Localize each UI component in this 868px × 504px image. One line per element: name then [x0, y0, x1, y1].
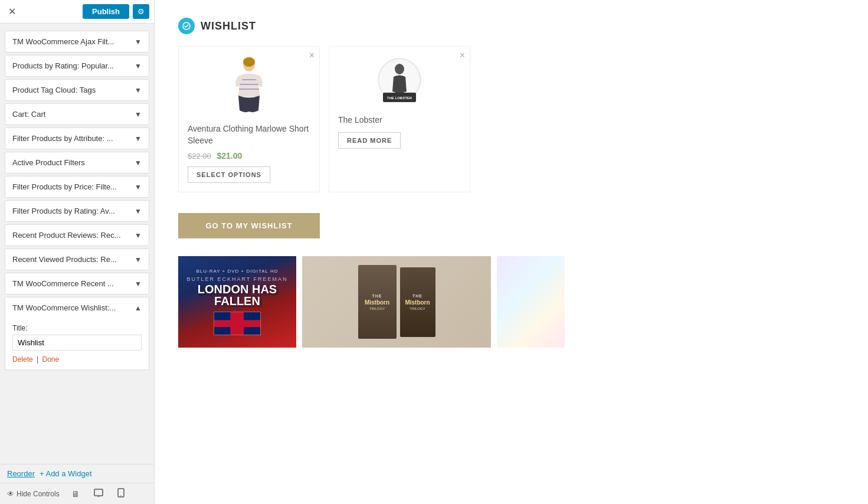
- widget-label: TM WooCommerce Recent ...: [12, 279, 131, 288]
- chevron-down-icon: ▼: [135, 231, 142, 240]
- widget-label: TM WooCommerce Ajax Filt...: [12, 37, 131, 46]
- widget-item-recent-product-reviews[interactable]: Recent Product Reviews: Rec... ▼: [5, 224, 149, 246]
- product-price-old-1: $22.00: [188, 152, 211, 161]
- widget-list: TM WooCommerce Ajax Filt... ▼ Products b…: [0, 24, 154, 464]
- svg-point-12: [395, 64, 404, 74]
- svg-rect-1: [97, 496, 100, 497]
- widget-item-filter-by-rating[interactable]: Filter Products by Rating: Av... ▼: [5, 200, 149, 222]
- delete-link[interactable]: Delete: [12, 355, 33, 364]
- chevron-down-icon: ▼: [135, 207, 142, 215]
- mobile-view-button[interactable]: [115, 487, 127, 500]
- bd-label: BLU-RAY + DVD + DIGITAL HD: [196, 269, 278, 274]
- widget-label: Filter Products by Attribute: ...: [12, 134, 131, 143]
- product-remove-button-2[interactable]: ×: [460, 50, 465, 61]
- widget-label: Filter Products by Price: Filte...: [12, 182, 131, 191]
- movie-title: LONDON HAS FALLEN: [183, 283, 291, 307]
- bottom-bar: Reorder + Add a Widget: [0, 464, 154, 483]
- thumb-mistborn: THE Mistborn TRILOGY THE Mistborn TRILOG…: [302, 256, 491, 348]
- products-row: ×: [178, 46, 603, 201]
- publish-button[interactable]: Publish: [83, 4, 129, 19]
- svg-text:THE LOBSTER: THE LOBSTER: [387, 96, 412, 100]
- widget-item-cart[interactable]: Cart: Cart ▼: [5, 103, 149, 125]
- widget-label: Recent Viewed Products: Re...: [12, 255, 131, 264]
- close-button[interactable]: ✕: [5, 5, 19, 18]
- product-thumbnails: BLU-RAY + DVD + DIGITAL HD BUTLER ECKHAR…: [178, 256, 603, 348]
- svg-point-6: [243, 57, 255, 67]
- product-image-1: [222, 55, 276, 117]
- wishlist-title: WISHLIST: [201, 20, 256, 32]
- separator: |: [37, 355, 38, 364]
- go-to-wishlist-button[interactable]: GO TO MY WISHLIST: [178, 213, 320, 238]
- widget-item-product-tag-cloud[interactable]: Product Tag Cloud: Tags ▼: [5, 79, 149, 101]
- eye-icon: 👁: [7, 490, 14, 498]
- done-link[interactable]: Done: [42, 355, 60, 364]
- chevron-down-icon: ▼: [135, 86, 142, 94]
- thumb-london-fallen: BLU-RAY + DVD + DIGITAL HD BUTLER ECKHAR…: [178, 256, 296, 348]
- widget-label: Products by Rating: Popular...: [12, 61, 131, 70]
- chevron-down-icon: ▼: [135, 159, 142, 167]
- product-price-new-1: $21.00: [217, 151, 242, 161]
- thumb-pastel: [497, 256, 565, 348]
- widget-label: Filter Products by Rating: Av...: [12, 207, 131, 215]
- svg-point-3: [120, 495, 122, 496]
- wishlist-icon: [178, 18, 195, 34]
- widget-label: Product Tag Cloud: Tags: [12, 86, 131, 94]
- widget-item-products-by-rating[interactable]: Products by Rating: Popular... ▼: [5, 55, 149, 77]
- chevron-down-icon: ▼: [135, 135, 142, 143]
- widget-item-active-product-filters[interactable]: Active Product Filters ▼: [5, 152, 149, 174]
- left-panel: ✕ Publish ⚙ TM WooCommerce Ajax Filt... …: [0, 0, 155, 504]
- widget-label: Cart: Cart: [12, 110, 131, 119]
- widget-item-tm-woo-ajax[interactable]: TM WooCommerce Ajax Filt... ▼: [5, 31, 149, 53]
- chevron-down-icon: ▼: [135, 62, 142, 70]
- reorder-button[interactable]: Reorder: [7, 469, 35, 478]
- title-input[interactable]: [12, 335, 142, 351]
- widget-item-recent-viewed-products[interactable]: Recent Viewed Products: Re... ▼: [5, 248, 149, 270]
- hide-controls-label: Hide Controls: [17, 490, 60, 498]
- product-image-2: THE LOBSTER: [376, 55, 423, 109]
- top-bar: ✕ Publish ⚙: [0, 0, 154, 24]
- select-options-button[interactable]: SELECT OPTIONS: [188, 166, 270, 183]
- widget-item-filter-by-attribute[interactable]: Filter Products by Attribute: ... ▼: [5, 127, 149, 149]
- widget-item-tm-woo-recent[interactable]: TM WooCommerce Recent ... ▼: [5, 273, 149, 294]
- widget-label: Active Product Filters: [12, 158, 131, 167]
- widget-item-filter-by-price[interactable]: Filter Products by Price: Filte... ▼: [5, 176, 149, 198]
- widget-action-links: Delete | Done: [12, 355, 142, 364]
- controls-bar: 👁 Hide Controls 🖥: [0, 483, 154, 504]
- chevron-down-icon: ▼: [135, 280, 142, 288]
- product-name-1: Aventura Clothing Marlowe Short Sleeve: [188, 123, 310, 146]
- tablet-view-button[interactable]: [91, 487, 106, 500]
- product-card-2: × THE LOBSTER The Lobster: [329, 46, 470, 192]
- product-pricing-1: $22.00 $21.00: [188, 151, 310, 161]
- desktop-view-button[interactable]: 🖥: [69, 488, 82, 500]
- chevron-up-icon: ▲: [135, 304, 142, 312]
- wishlist-header: WISHLIST: [178, 18, 603, 34]
- widget-item-tm-woo-wishlist[interactable]: TM WooCommerce Wishlist:... ▲: [5, 297, 149, 318]
- widget-label: Recent Product Reviews: Rec...: [12, 231, 131, 240]
- read-more-button[interactable]: READ MORE: [338, 132, 401, 149]
- chevron-down-icon: ▼: [135, 183, 142, 191]
- chevron-down-icon: ▼: [135, 38, 142, 46]
- widget-label: TM WooCommerce Wishlist:...: [12, 303, 131, 312]
- svg-rect-0: [94, 489, 103, 496]
- main-inner: WISHLIST ×: [155, 0, 627, 365]
- product-card-1: ×: [178, 46, 320, 192]
- product-remove-button-1[interactable]: ×: [309, 50, 315, 61]
- chevron-down-icon: ▼: [135, 110, 142, 119]
- product-name-2: The Lobster: [338, 114, 461, 126]
- title-field-label: Title:: [12, 324, 142, 332]
- cast-label: BUTLER ECKHART FREEMAN: [186, 276, 287, 282]
- chevron-down-icon: ▼: [135, 256, 142, 264]
- hide-controls-button[interactable]: 👁 Hide Controls: [7, 490, 60, 498]
- main-content: WISHLIST ×: [155, 0, 868, 504]
- add-widget-button[interactable]: + Add a Widget: [40, 469, 92, 478]
- settings-button[interactable]: ⚙: [133, 4, 149, 19]
- widget-expanded-content: Title: Delete | Done: [5, 318, 149, 370]
